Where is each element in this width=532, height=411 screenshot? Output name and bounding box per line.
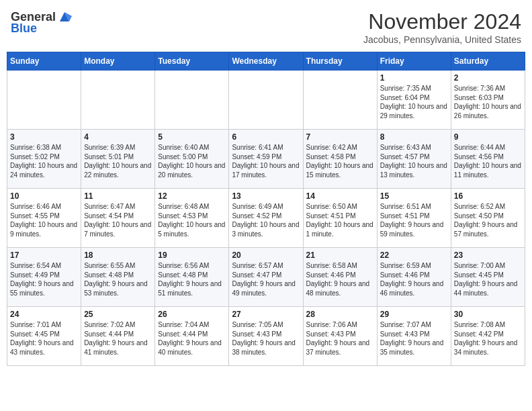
calendar-cell: 10Sunrise: 6:46 AM Sunset: 4:55 PM Dayli… xyxy=(7,189,81,248)
day-number: 12 xyxy=(158,191,226,201)
weekday-header-thursday: Thursday xyxy=(303,52,377,71)
day-info: Sunrise: 6:46 AM Sunset: 4:55 PM Dayligh… xyxy=(10,202,78,238)
day-number: 19 xyxy=(158,250,226,260)
calendar-cell: 11Sunrise: 6:47 AM Sunset: 4:54 PM Dayli… xyxy=(81,189,155,248)
day-info: Sunrise: 6:44 AM Sunset: 4:56 PM Dayligh… xyxy=(454,143,522,179)
day-info: Sunrise: 7:05 AM Sunset: 4:43 PM Dayligh… xyxy=(232,320,300,357)
day-number: 7 xyxy=(306,132,374,142)
day-info: Sunrise: 7:06 AM Sunset: 4:43 PM Dayligh… xyxy=(306,320,374,357)
day-info: Sunrise: 6:47 AM Sunset: 4:54 PM Dayligh… xyxy=(84,202,152,238)
calendar-cell: 2Sunrise: 7:36 AM Sunset: 6:03 PM Daylig… xyxy=(451,71,525,130)
calendar-cell: 12Sunrise: 6:48 AM Sunset: 4:53 PM Dayli… xyxy=(155,189,229,248)
calendar-table: SundayMondayTuesdayWednesdayThursdayFrid… xyxy=(7,52,525,366)
calendar-cell: 9Sunrise: 6:44 AM Sunset: 4:56 PM Daylig… xyxy=(451,130,525,189)
day-info: Sunrise: 6:41 AM Sunset: 4:59 PM Dayligh… xyxy=(232,143,300,179)
day-number: 9 xyxy=(454,132,522,142)
calendar-cell: 21Sunrise: 6:58 AM Sunset: 4:46 PM Dayli… xyxy=(303,248,377,307)
weekday-header-sunday: Sunday xyxy=(7,52,81,71)
calendar-cell: 19Sunrise: 6:56 AM Sunset: 4:48 PM Dayli… xyxy=(155,248,229,307)
calendar-cell xyxy=(155,71,229,130)
calendar-cell: 29Sunrise: 7:07 AM Sunset: 4:43 PM Dayli… xyxy=(377,307,451,366)
day-info: Sunrise: 6:55 AM Sunset: 4:48 PM Dayligh… xyxy=(84,261,152,298)
day-info: Sunrise: 6:39 AM Sunset: 5:01 PM Dayligh… xyxy=(84,143,152,179)
location-subtitle: Jacobus, Pennsylvania, United States xyxy=(363,34,521,45)
weekday-header-monday: Monday xyxy=(81,52,155,71)
calendar-cell: 7Sunrise: 6:42 AM Sunset: 4:58 PM Daylig… xyxy=(303,130,377,189)
calendar-header: SundayMondayTuesdayWednesdayThursdayFrid… xyxy=(7,52,525,71)
day-info: Sunrise: 7:00 AM Sunset: 4:45 PM Dayligh… xyxy=(454,261,522,298)
calendar-cell: 22Sunrise: 6:59 AM Sunset: 4:46 PM Dayli… xyxy=(377,248,451,307)
title-block: November 2024 Jacobus, Pennsylvania, Uni… xyxy=(363,9,521,45)
weekday-header-saturday: Saturday xyxy=(451,52,525,71)
calendar-cell: 25Sunrise: 7:02 AM Sunset: 4:44 PM Dayli… xyxy=(81,307,155,366)
day-number: 6 xyxy=(232,132,300,142)
day-number: 4 xyxy=(84,132,152,142)
calendar-week-3: 10Sunrise: 6:46 AM Sunset: 4:55 PM Dayli… xyxy=(7,189,525,248)
day-info: Sunrise: 6:59 AM Sunset: 4:46 PM Dayligh… xyxy=(380,261,448,298)
day-number: 20 xyxy=(232,250,300,260)
day-info: Sunrise: 6:40 AM Sunset: 5:00 PM Dayligh… xyxy=(158,143,226,179)
day-number: 3 xyxy=(10,132,78,142)
day-number: 22 xyxy=(380,250,448,260)
day-info: Sunrise: 7:07 AM Sunset: 4:43 PM Dayligh… xyxy=(380,320,448,357)
calendar-cell: 14Sunrise: 6:50 AM Sunset: 4:51 PM Dayli… xyxy=(303,189,377,248)
day-number: 16 xyxy=(454,191,522,201)
day-info: Sunrise: 6:50 AM Sunset: 4:51 PM Dayligh… xyxy=(306,202,374,238)
calendar-week-4: 17Sunrise: 6:54 AM Sunset: 4:49 PM Dayli… xyxy=(7,248,525,307)
calendar-cell: 1Sunrise: 7:35 AM Sunset: 6:04 PM Daylig… xyxy=(377,71,451,130)
day-number: 2 xyxy=(454,73,522,83)
day-number: 8 xyxy=(380,132,448,142)
calendar-cell: 5Sunrise: 6:40 AM Sunset: 5:00 PM Daylig… xyxy=(155,130,229,189)
day-number: 17 xyxy=(10,250,78,260)
calendar-cell: 28Sunrise: 7:06 AM Sunset: 4:43 PM Dayli… xyxy=(303,307,377,366)
day-info: Sunrise: 6:38 AM Sunset: 5:02 PM Dayligh… xyxy=(10,143,78,179)
day-info: Sunrise: 6:43 AM Sunset: 4:57 PM Dayligh… xyxy=(380,143,448,179)
calendar-week-1: 1Sunrise: 7:35 AM Sunset: 6:04 PM Daylig… xyxy=(7,71,525,130)
weekday-header-wednesday: Wednesday xyxy=(229,52,303,71)
day-number: 14 xyxy=(306,191,374,201)
calendar-cell: 30Sunrise: 7:08 AM Sunset: 4:42 PM Dayli… xyxy=(451,307,525,366)
day-info: Sunrise: 6:42 AM Sunset: 4:58 PM Dayligh… xyxy=(306,143,374,179)
day-info: Sunrise: 7:36 AM Sunset: 6:03 PM Dayligh… xyxy=(454,84,522,120)
logo: General Blue xyxy=(11,9,72,36)
day-number: 30 xyxy=(454,310,522,319)
calendar-cell: 15Sunrise: 6:51 AM Sunset: 4:51 PM Dayli… xyxy=(377,189,451,248)
day-info: Sunrise: 7:02 AM Sunset: 4:44 PM Dayligh… xyxy=(84,320,152,357)
day-number: 5 xyxy=(158,132,226,142)
day-info: Sunrise: 7:35 AM Sunset: 6:04 PM Dayligh… xyxy=(380,84,448,120)
day-number: 28 xyxy=(306,310,374,319)
day-info: Sunrise: 6:51 AM Sunset: 4:51 PM Dayligh… xyxy=(380,202,448,238)
day-number: 23 xyxy=(454,250,522,260)
calendar-cell xyxy=(303,71,377,130)
day-info: Sunrise: 6:49 AM Sunset: 4:52 PM Dayligh… xyxy=(232,202,300,238)
calendar-cell: 26Sunrise: 7:04 AM Sunset: 4:44 PM Dayli… xyxy=(155,307,229,366)
calendar-cell: 27Sunrise: 7:05 AM Sunset: 4:43 PM Dayli… xyxy=(229,307,303,366)
page-header: General Blue November 2024 Jacobus, Penn… xyxy=(7,7,525,48)
day-number: 18 xyxy=(84,250,152,260)
day-info: Sunrise: 7:01 AM Sunset: 4:45 PM Dayligh… xyxy=(10,320,78,357)
day-number: 27 xyxy=(232,310,300,319)
day-info: Sunrise: 6:58 AM Sunset: 4:46 PM Dayligh… xyxy=(306,261,374,298)
day-info: Sunrise: 7:08 AM Sunset: 4:42 PM Dayligh… xyxy=(454,320,522,357)
day-info: Sunrise: 6:52 AM Sunset: 4:50 PM Dayligh… xyxy=(454,202,522,238)
day-number: 25 xyxy=(84,310,152,319)
day-number: 26 xyxy=(158,310,226,319)
weekday-header-tuesday: Tuesday xyxy=(155,52,229,71)
day-number: 24 xyxy=(10,310,78,319)
calendar-cell xyxy=(81,71,155,130)
calendar-cell: 18Sunrise: 6:55 AM Sunset: 4:48 PM Dayli… xyxy=(81,248,155,307)
day-number: 15 xyxy=(380,191,448,201)
day-info: Sunrise: 6:57 AM Sunset: 4:47 PM Dayligh… xyxy=(232,261,300,298)
day-info: Sunrise: 6:54 AM Sunset: 4:49 PM Dayligh… xyxy=(10,261,78,298)
calendar-cell xyxy=(229,71,303,130)
day-info: Sunrise: 6:56 AM Sunset: 4:48 PM Dayligh… xyxy=(158,261,226,298)
calendar-week-5: 24Sunrise: 7:01 AM Sunset: 4:45 PM Dayli… xyxy=(7,307,525,366)
day-number: 11 xyxy=(84,191,152,201)
day-number: 1 xyxy=(380,73,448,83)
day-number: 13 xyxy=(232,191,300,201)
logo-icon xyxy=(57,9,72,24)
calendar-cell: 6Sunrise: 6:41 AM Sunset: 4:59 PM Daylig… xyxy=(229,130,303,189)
calendar-cell: 13Sunrise: 6:49 AM Sunset: 4:52 PM Dayli… xyxy=(229,189,303,248)
calendar-cell: 16Sunrise: 6:52 AM Sunset: 4:50 PM Dayli… xyxy=(451,189,525,248)
day-info: Sunrise: 7:04 AM Sunset: 4:44 PM Dayligh… xyxy=(158,320,226,357)
